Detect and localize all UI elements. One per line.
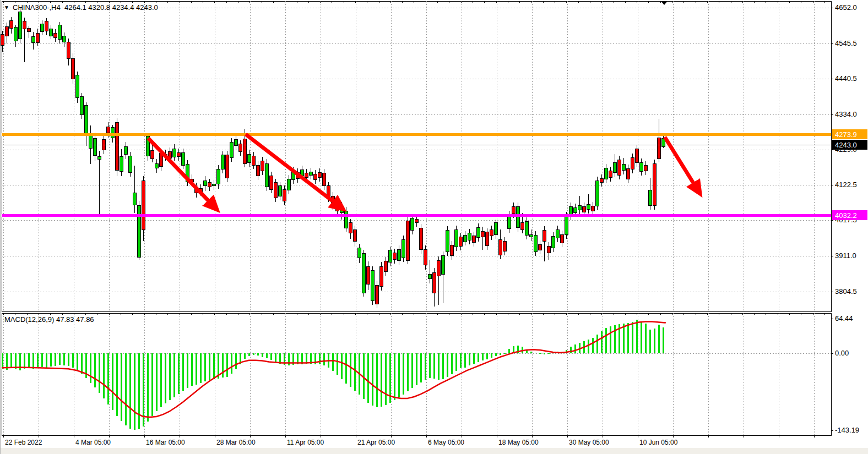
candle-body — [476, 227, 480, 237]
candle-body — [379, 266, 383, 287]
candle-body — [520, 223, 524, 229]
date-axis-label: 30 May 05:00 — [569, 439, 609, 446]
candle-body — [582, 207, 585, 212]
candle-body — [609, 171, 612, 178]
candle-body — [155, 163, 158, 168]
price-axis-label: 4652.0 — [835, 3, 857, 12]
candle-body — [542, 230, 546, 241]
price-axis-label: 3911.0 — [835, 251, 856, 260]
candle-body — [446, 230, 449, 252]
candle-body — [573, 208, 577, 213]
candle-body — [172, 149, 176, 157]
price-axis-label: 4334.0 — [835, 110, 857, 118]
candle-body — [142, 180, 145, 229]
candle-body — [225, 155, 229, 178]
candle-body — [631, 157, 634, 169]
candle-body — [371, 271, 374, 301]
candle-body — [410, 218, 414, 230]
candle-body — [635, 149, 638, 162]
candle-body — [287, 179, 290, 190]
candle-body — [419, 228, 422, 250]
candle-body — [115, 122, 118, 171]
candle-body — [556, 229, 559, 238]
date-axis-label: 4 Mar 05:00 — [75, 439, 111, 446]
candle-body — [384, 261, 387, 271]
chart-title: CHINA300-,H4 4264.1 4320.8 4234.4 4243.0 — [13, 3, 158, 12]
price-axis-label: 4545.5 — [835, 39, 857, 47]
candle-body — [604, 168, 607, 179]
candle-body — [463, 235, 466, 242]
candle-body — [490, 229, 493, 236]
candle-body — [53, 33, 57, 37]
candle-body — [58, 25, 61, 40]
candle-body — [221, 155, 224, 169]
candle-body — [344, 211, 348, 228]
candle-body — [402, 239, 405, 258]
candle-body — [177, 152, 180, 156]
price-panel[interactable] — [2, 1, 831, 311]
candle-body — [512, 206, 515, 214]
candle-body — [459, 237, 462, 246]
candle-body — [415, 220, 418, 222]
candle-body — [397, 250, 400, 261]
candle-body — [362, 253, 365, 293]
candle-body — [424, 250, 427, 265]
candle-body — [150, 150, 154, 158]
candle-body — [481, 231, 484, 237]
candle-body — [375, 286, 378, 304]
candle-body — [353, 229, 356, 241]
candle-body — [45, 21, 48, 31]
candle-body — [49, 29, 52, 36]
candle-body — [529, 234, 533, 237]
candle-body — [305, 173, 308, 178]
candle-body — [256, 165, 259, 176]
candle-body — [648, 190, 652, 205]
candle-body — [80, 96, 83, 114]
symbol-dropdown-icon[interactable]: ▼ — [4, 4, 9, 10]
resistance-line-badge-label: 4273.9 — [835, 130, 857, 139]
candle-body — [653, 163, 656, 205]
candle-body — [639, 162, 643, 171]
candle-body — [626, 168, 630, 179]
candle-body — [485, 232, 489, 246]
candle-body — [93, 138, 96, 155]
candle-body — [322, 173, 326, 186]
candle-body — [560, 234, 563, 243]
candle-body — [252, 156, 255, 165]
date-axis-label: 16 Mar 05:00 — [146, 439, 185, 446]
candle-body — [454, 229, 458, 247]
candle-body — [40, 24, 44, 32]
candle-body — [84, 106, 88, 136]
candle-body — [507, 215, 511, 228]
candle-body — [274, 183, 277, 198]
date-axis-label: 21 Apr 05:00 — [357, 439, 395, 446]
candle-body — [428, 274, 431, 279]
candle-body — [133, 193, 136, 205]
chart-canvas[interactable]: 22 Feb 20224 Mar 05:0016 Mar 05:0028 Mar… — [1, 0, 868, 454]
candle-body — [62, 36, 66, 42]
candle-body — [89, 136, 92, 149]
macd-axis-label: 0.00 — [835, 349, 849, 357]
date-axis-label: 28 Mar 05:00 — [216, 439, 256, 446]
candle-body — [498, 239, 502, 255]
candle-body — [14, 28, 17, 41]
candle-body — [503, 241, 506, 251]
window-bottom-edge — [1, 448, 868, 454]
candle-body — [243, 139, 246, 163]
trading-chart-window: 22 Feb 20224 Mar 05:0016 Mar 05:0028 Mar… — [0, 0, 868, 454]
candle-body — [516, 206, 519, 227]
candle-body — [97, 157, 101, 160]
chart-title-ohlc: 4264.1 4320.8 4234.4 4243.0 — [61, 3, 158, 12]
candle-body — [551, 236, 555, 248]
macd-axis-label: -143.19 — [835, 426, 859, 434]
candle-body — [318, 173, 321, 178]
candle-body — [406, 221, 409, 260]
candle-body — [128, 156, 132, 172]
candle-body — [203, 180, 207, 186]
date-axis-label: 10 Jun 05:00 — [639, 439, 678, 446]
candle-body — [36, 33, 39, 42]
price-axis-label: 4440.5 — [835, 74, 857, 83]
date-axis-label: 18 May 05:00 — [498, 439, 539, 446]
candle-body — [591, 206, 594, 211]
candle-body — [269, 176, 273, 189]
